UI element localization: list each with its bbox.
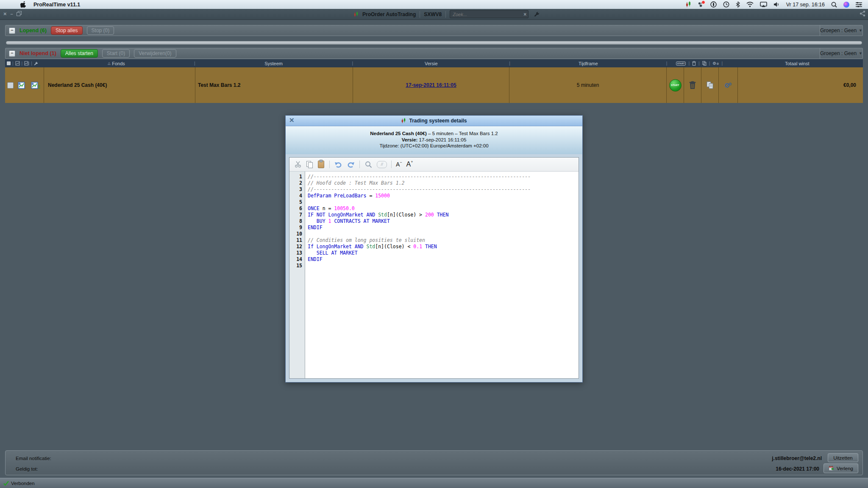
time-machine-icon[interactable] <box>723 1 729 8</box>
trash-icon[interactable] <box>689 81 696 89</box>
column-header-versie[interactable]: Versie <box>353 59 509 67</box>
version-link[interactable]: 17-sep-2021 16:11:05 <box>406 82 456 88</box>
calendar-extend-icon <box>829 466 835 471</box>
dialog-info-header: Nederland 25 Cash (40€) – 5 minuten – Te… <box>286 126 582 154</box>
open-chart-list-icon[interactable] <box>31 82 40 89</box>
siri-icon[interactable] <box>843 2 849 8</box>
code-line: 11// Condities om long posities te sluit… <box>289 237 579 244</box>
titlebar-divider <box>445 11 446 18</box>
sort-asc-icon: △ <box>108 61 110 65</box>
add-chart-list-icon[interactable] <box>24 61 29 66</box>
code-line: 1//-------------------------------------… <box>289 174 579 180</box>
wifi-icon[interactable] <box>746 1 754 8</box>
column-header-systeem[interactable]: Systeem <box>196 59 352 67</box>
copy-toolbar-icon[interactable] <box>306 161 312 168</box>
line-number: 3 <box>289 186 306 193</box>
disable-email-button[interactable]: Uitzetten <box>828 453 858 462</box>
row-checkbox[interactable] <box>7 82 14 89</box>
code-line: 10 <box>289 231 579 237</box>
line-number: 2 <box>289 180 306 186</box>
dialog-instrument-line: Nederland 25 Cash (40€) – 5 minuten – Te… <box>286 130 582 137</box>
apple-menu-icon[interactable] <box>20 1 26 8</box>
code-line: 13 SELL AT MARKET <box>289 250 579 256</box>
column-header-tijdframe[interactable]: Tijdframe <box>511 59 666 67</box>
dialog-titlebar[interactable]: ✕ Trading systeem details <box>286 116 582 126</box>
search-box[interactable]: × <box>450 10 529 18</box>
header-action-icons: START | | | ⚙⚙ | <box>668 59 731 67</box>
line-number: 7 <box>289 212 306 218</box>
row-delete-cell <box>684 67 701 103</box>
start-column-icon: START <box>676 61 686 66</box>
copy-icon[interactable] <box>707 81 714 89</box>
start-button[interactable]: START <box>669 79 682 92</box>
collapse-running-button[interactable]: − <box>9 28 15 34</box>
row-start-cell: START <box>667 67 684 103</box>
window-titlebar: × – ProOrder AutoTrading SXWV8 × <box>0 9 868 20</box>
line-number: 11 <box>289 237 306 244</box>
dialog-title: Trading systeem details <box>409 118 467 124</box>
line-number: 6 <box>289 205 306 212</box>
running-list-scrollbar[interactable] <box>6 41 862 44</box>
code-line: 14ENDIF <box>289 256 579 263</box>
cut-icon[interactable] <box>294 160 302 169</box>
start-selected-button[interactable]: Start (0) <box>102 49 130 58</box>
collapse-stopped-button[interactable]: − <box>9 50 15 57</box>
focus-mode-icon[interactable] <box>710 1 717 8</box>
candlestick-menubar-icon[interactable] <box>685 1 691 8</box>
undo-icon[interactable] <box>334 160 342 169</box>
stop-selected-button[interactable]: Stop (0) <box>87 26 114 35</box>
email-notification-label: Email notificatie: <box>16 456 51 461</box>
select-all-checkbox-icon[interactable] <box>7 61 11 65</box>
start-all-button[interactable]: Alles starten <box>61 49 98 58</box>
table-row[interactable]: Nederland 25 Cash (40€) Test Max Bars 1.… <box>5 67 863 103</box>
dialog-close-icon[interactable]: ✕ <box>289 116 295 124</box>
bluetooth-icon[interactable] <box>736 1 740 8</box>
line-number: 5 <box>289 199 306 205</box>
increase-font-icon[interactable]: A+ <box>406 161 413 168</box>
menubar-clock[interactable]: Vr 17 sep. 16:16 <box>786 2 825 8</box>
spotlight-search-icon[interactable] <box>831 1 837 8</box>
line-number: 8 <box>289 218 306 225</box>
group-by-dropdown-stopped[interactable]: Groepen : Geen ▼ <box>820 48 862 58</box>
window-minimize-icon[interactable]: – <box>11 11 13 17</box>
volume-icon[interactable] <box>773 1 780 8</box>
paste-icon[interactable] <box>317 160 325 169</box>
column-settings-wrench-icon[interactable] <box>34 61 38 66</box>
connection-status-text: Verbonden <box>11 481 35 486</box>
code-line: 2// Hoofd code : Test Max Bars 1.2 <box>289 180 579 186</box>
notifications-icon[interactable] <box>698 1 704 8</box>
airplay-display-icon[interactable] <box>760 1 767 8</box>
line-number: 9 <box>289 225 306 231</box>
window-close-icon[interactable]: × <box>3 11 7 17</box>
stop-all-button[interactable]: Stop alles <box>51 26 83 35</box>
search-input[interactable] <box>452 11 522 17</box>
column-header-fonds[interactable]: △Fonds <box>39 59 194 67</box>
gears-icon[interactable]: ⚙⚙ <box>724 82 732 89</box>
valid-until-label: Geldig tot: <box>16 466 38 471</box>
search-clear-icon[interactable]: × <box>523 12 526 17</box>
group-by-dropdown-running[interactable]: Groepen : Geen ▼ <box>820 25 862 36</box>
menubar-app-name[interactable]: ProRealTime v11.1 <box>33 2 80 8</box>
column-header-totaal-winst[interactable]: Totaal winst <box>731 59 863 67</box>
dialog-version-line: Versie: 17-sep-2021 16:11:05 <box>286 137 582 143</box>
delete-selected-button[interactable]: Verwijderen(0) <box>134 49 176 58</box>
row-versie-cell: 17-sep-2021 16:11:05 <box>353 67 509 103</box>
find-icon[interactable] <box>364 160 373 169</box>
share-icon[interactable] <box>859 10 866 17</box>
comment-toggle-icon[interactable]: // <box>377 161 387 168</box>
add-chart-icon[interactable] <box>15 61 20 66</box>
settings-wrench-icon[interactable] <box>534 11 540 17</box>
window-restore-icon[interactable] <box>17 12 21 16</box>
decrease-font-icon[interactable]: A− <box>396 161 402 168</box>
redo-icon[interactable] <box>347 160 355 169</box>
row-checkbox-cell <box>5 67 15 103</box>
extend-button[interactable]: Verleng <box>823 463 858 473</box>
chevron-down-icon: ▼ <box>859 51 862 55</box>
line-number: 12 <box>289 244 306 250</box>
row-copy-cell <box>701 67 719 103</box>
open-chart-icon[interactable] <box>18 82 25 89</box>
code-content[interactable]: 1//-------------------------------------… <box>289 172 579 269</box>
control-center-icon[interactable] <box>856 1 862 8</box>
code-area[interactable]: 1//-------------------------------------… <box>289 172 579 378</box>
titlebar-divider <box>420 11 420 18</box>
